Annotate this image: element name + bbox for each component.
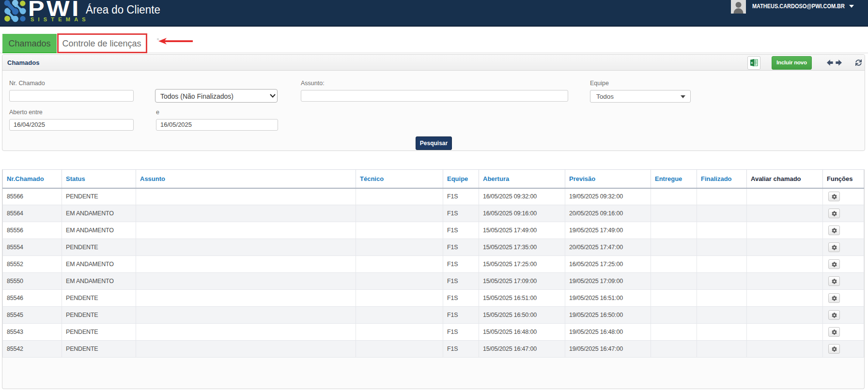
- svg-text:x: x: [751, 61, 753, 64]
